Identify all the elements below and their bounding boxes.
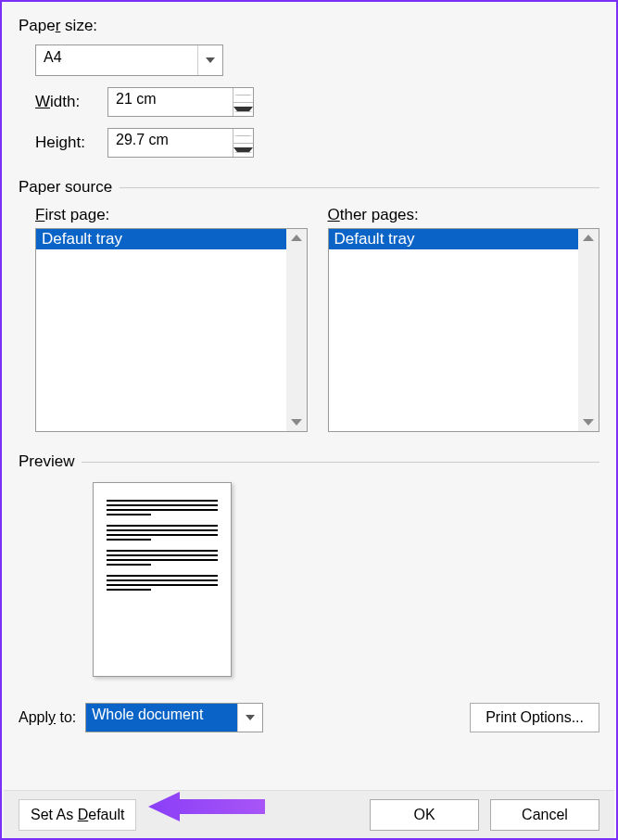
apply-to-dropdown-button[interactable] (237, 704, 262, 732)
paper-size-value: A4 (36, 45, 197, 75)
paper-size-dropdown-button[interactable] (197, 45, 222, 75)
width-label: Width: (35, 93, 96, 111)
first-page-label: First page: (35, 206, 308, 224)
ok-button[interactable]: OK (370, 799, 479, 831)
scroll-down-icon (583, 419, 594, 426)
apply-to-value: Whole document (86, 704, 237, 732)
paper-size-dropdown[interactable]: A4 (35, 45, 223, 76)
triangle-down-icon (233, 107, 253, 112)
first-page-selected-item[interactable]: Default tray (36, 229, 286, 249)
dialog-footer: Set As Default OK Cancel (4, 790, 614, 838)
divider (82, 462, 599, 463)
width-spinner[interactable]: 21 cm (107, 87, 254, 117)
triangle-down-icon (233, 147, 253, 153)
other-pages-listbox[interactable]: Default tray (328, 228, 600, 432)
scroll-up-icon (291, 235, 302, 241)
apply-to-label: Apply to: (19, 709, 76, 726)
chevron-down-icon (206, 57, 215, 63)
other-pages-label: Other pages: (328, 206, 600, 224)
height-spin-down[interactable] (233, 144, 253, 158)
width-spin-up[interactable] (233, 88, 253, 103)
scrollbar[interactable] (286, 229, 307, 431)
paper-size-label: Paper size: (19, 17, 599, 35)
height-value[interactable]: 29.7 cm (108, 129, 233, 157)
width-value[interactable]: 21 cm (108, 88, 233, 116)
first-page-listbox[interactable]: Default tray (35, 228, 308, 432)
triangle-up-icon (233, 95, 253, 95)
width-spin-down[interactable] (233, 103, 253, 117)
cancel-button[interactable]: Cancel (490, 799, 599, 831)
preview-thumbnail (93, 482, 232, 677)
set-as-default-button[interactable]: Set As Default (19, 799, 136, 831)
scroll-down-icon (291, 419, 302, 426)
height-label: Height: (35, 134, 96, 152)
height-spin-up[interactable] (233, 129, 253, 144)
scrollbar[interactable] (578, 229, 599, 431)
print-options-button[interactable]: Print Options... (470, 703, 599, 732)
triangle-up-icon (233, 135, 253, 136)
scroll-up-icon (583, 235, 594, 241)
height-spinner[interactable]: 29.7 cm (107, 128, 254, 158)
paper-source-heading: Paper source (19, 178, 112, 197)
other-pages-selected-item[interactable]: Default tray (329, 229, 579, 249)
divider (120, 187, 599, 188)
apply-to-dropdown[interactable]: Whole document (85, 703, 263, 732)
preview-heading: Preview (19, 452, 74, 471)
chevron-down-icon (246, 715, 255, 720)
